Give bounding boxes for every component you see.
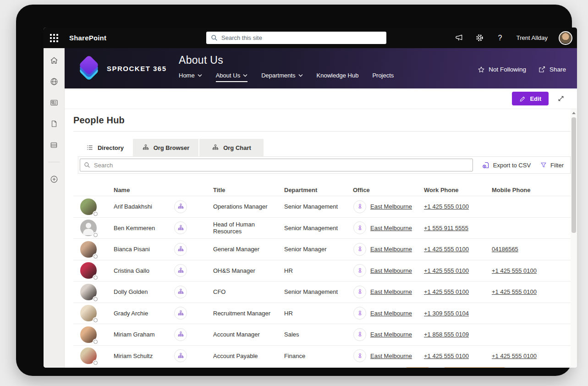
site-nav: Home About Us Departments Knowledge [179,72,394,82]
directory-search-input[interactable] [94,162,469,169]
news-icon[interactable] [49,98,59,108]
home-icon[interactable] [49,55,59,66]
org-chart-icon [177,267,184,274]
org-chart-icon [177,310,184,317]
presence-badge [93,254,98,259]
table-row[interactable]: Ben Kemmeren Head of Human Resources Sen… [73,217,571,239]
table-row[interactable]: Arif Badakhshi Operations Manager Senior… [73,196,571,217]
gear-icon[interactable] [475,33,484,43]
page-icon[interactable] [49,119,59,129]
work-phone-link[interactable]: +1 425 555 0100 [424,288,469,295]
org-chart-button[interactable] [174,328,187,341]
scrollbar-up-arrow[interactable] [572,112,576,114]
vertical-scrollbar[interactable] [571,109,577,368]
megaphone-icon[interactable] [455,33,464,43]
office-link[interactable]: East Melbourne [370,353,412,359]
work-phone-link[interactable]: +1 425 555 0100 [424,353,469,359]
edit-button[interactable]: Edit [512,92,549,105]
location-pin-icon [357,225,363,232]
org-chart-button[interactable] [174,286,187,298]
add-icon[interactable] [49,174,59,184]
help-icon[interactable]: ? [495,33,505,43]
office-location-button[interactable] [353,286,366,298]
mobile-phone-link[interactable]: +1 425 555 0100 [492,353,537,359]
person-avatar[interactable] [80,347,97,364]
follow-button[interactable]: Not Following [478,66,526,73]
mobile-phone-link[interactable]: +1 425 555 0100 [492,267,537,274]
office-link[interactable]: East Melbourne [370,331,412,338]
org-chart-button[interactable] [174,243,187,256]
org-chart-button[interactable] [174,307,187,320]
table-row[interactable]: Miriam Graham Account Manager Sales East… [73,324,571,345]
person-avatar[interactable] [80,305,97,321]
nav-item-knowledge-hub[interactable]: Knowledge Hub [317,72,359,82]
table-row[interactable]: Cristina Gallo OH&S Manager HR East Melb… [73,260,571,281]
person-department: Sales [284,331,353,338]
office-location-button[interactable] [353,200,366,213]
office-link[interactable]: East Melbourne [370,246,412,253]
mobile-phone-link[interactable]: 04186565 [492,246,518,253]
work-phone-link[interactable]: +1 555 911 5555 [424,225,468,232]
office-link[interactable]: East Melbourne [370,288,412,295]
tab-directory[interactable]: Directory [78,139,132,156]
col-title: Title [213,187,284,193]
app-launcher-button[interactable] [44,28,65,48]
directory-search-box[interactable] [80,159,473,171]
office-location-button[interactable] [353,221,366,234]
person-avatar[interactable] [80,284,97,300]
nav-item-departments[interactable]: Departments [261,72,302,82]
office-link[interactable]: East Melbourne [370,267,412,274]
work-phone-link[interactable]: +1 425 555 0100 [424,246,469,253]
user-avatar[interactable] [559,31,572,45]
office-location-button[interactable] [353,328,366,341]
nav-item-home[interactable]: Home [179,72,202,82]
office-location-button[interactable] [353,243,366,256]
office-location-button[interactable] [353,349,366,362]
org-chart-button[interactable] [174,264,187,277]
work-phone-link[interactable]: +1 425 555 0100 [424,203,469,210]
person-name: Arif Badakhshi [114,203,172,210]
expand-icon[interactable] [556,94,566,104]
filter-button[interactable]: Filter [540,161,564,169]
work-phone-link[interactable]: +1 309 555 0104 [424,310,469,317]
tab-org-chart[interactable]: Org Chart [199,139,264,156]
location-pin-icon [357,331,363,338]
sharepoint-brand[interactable]: SharePoint [69,34,106,42]
office-link[interactable]: East Melbourne [370,310,412,317]
person-avatar[interactable] [80,220,97,236]
org-chart-button[interactable] [174,221,187,234]
person-department: Senior Manager [284,246,353,253]
table-row[interactable]: Grady Archie Recruitment Manager HR East… [73,303,571,324]
person-avatar[interactable] [80,199,97,215]
office-link[interactable]: East Melbourne [370,225,412,232]
list-icon[interactable] [49,140,59,150]
person-avatar[interactable] [80,326,97,343]
mobile-phone-link[interactable]: +1 425 555 0100 [492,288,537,295]
work-phone-link[interactable]: +1 858 555 0109 [424,331,469,338]
table-row[interactable]: Bianca Pisani General Manager Senior Man… [73,238,571,260]
person-avatar[interactable] [80,241,97,258]
office-location-button[interactable] [353,264,366,277]
site-logo[interactable]: SPROCKET 365 [78,58,167,79]
site-search-box[interactable] [206,32,386,44]
work-phone-link[interactable]: +1 425 555 0100 [424,267,469,274]
office-link[interactable]: East Melbourne [370,203,412,210]
office-location-button[interactable] [353,307,366,320]
scrollbar-thumb[interactable] [572,117,576,233]
nav-item-about-us[interactable]: About Us [216,72,247,82]
export-csv-button[interactable]: Export to CSV [482,161,531,169]
nav-item-projects[interactable]: Projects [372,72,394,82]
location-pin-icon [357,310,363,317]
search-icon [84,162,90,168]
user-name[interactable]: Trent Allday [517,34,548,41]
filter-icon [540,161,547,169]
org-chart-button[interactable] [174,200,187,213]
tab-org-browser[interactable]: Org Browser [133,139,198,156]
globe-icon[interactable] [49,77,59,87]
table-row[interactable]: Miriam Schultz Account Payable Finance E… [73,345,571,367]
person-avatar[interactable] [80,262,97,279]
site-search-input[interactable] [221,34,382,41]
share-button[interactable]: Share [538,66,566,73]
org-chart-button[interactable] [174,349,187,362]
table-row[interactable]: Dolly Golden CFO Senior Management East … [73,281,571,303]
